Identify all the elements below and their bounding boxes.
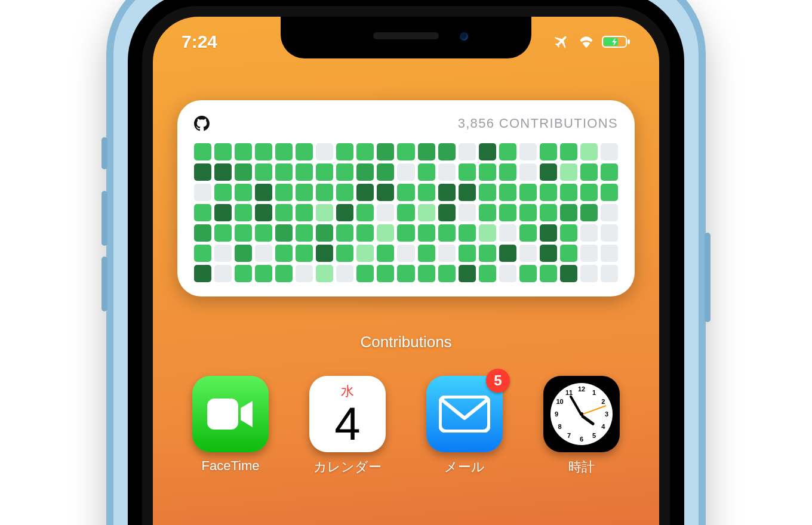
- heatmap-cell: [601, 204, 618, 221]
- heatmap-cell: [235, 204, 252, 221]
- app-clock[interactable]: 123456789101112 時計: [542, 376, 621, 476]
- heatmap-cell: [296, 204, 313, 221]
- home-screen[interactable]: 7:24 3,856 CONTRIBUTIONS Contributio: [153, 17, 659, 525]
- clock-center: [580, 412, 583, 416]
- widget-header: 3,856 CONTRIBUTIONS: [194, 116, 618, 131]
- heatmap-cell: [418, 204, 435, 221]
- heatmap-cell: [438, 184, 456, 201]
- heatmap-cell: [214, 224, 232, 242]
- heatmap-cell: [377, 143, 394, 160]
- heatmap-cell: [214, 143, 232, 160]
- heatmap-cell: [255, 184, 272, 201]
- heatmap-cell: [479, 143, 496, 160]
- heatmap-cell: [580, 184, 598, 201]
- heatmap-cell: [418, 163, 435, 181]
- heatmap-cell: [560, 265, 577, 282]
- heatmap-cell: [459, 224, 476, 242]
- heatmap-cell: [560, 143, 577, 160]
- clock-numeral: 4: [601, 423, 605, 430]
- heatmap-cell: [601, 245, 618, 262]
- heatmap-cell: [377, 163, 394, 181]
- heatmap-cell: [479, 224, 496, 242]
- heatmap-cell: [275, 143, 293, 160]
- second-hand: [582, 405, 607, 415]
- heatmap-cell: [275, 204, 293, 221]
- clock-numeral: 3: [605, 410, 608, 418]
- heatmap-cell: [296, 224, 313, 242]
- heatmap-cell: [560, 224, 577, 242]
- heatmap-cell: [336, 163, 353, 181]
- heatmap-cell: [336, 245, 353, 262]
- heatmap-cell: [499, 184, 516, 201]
- heatmap-cell: [397, 143, 414, 160]
- app-label-clock: 時計: [568, 458, 595, 476]
- volume-down-button[interactable]: [102, 257, 107, 311]
- app-label-calendar: カレンダー: [313, 458, 382, 476]
- heatmap-cell: [601, 265, 618, 282]
- heatmap-cell: [499, 163, 516, 181]
- widget-caption: Contributions: [153, 333, 659, 351]
- clock-numeral: 1: [592, 389, 596, 396]
- heatmap-cell: [214, 265, 232, 282]
- calendar-day: 4: [334, 400, 360, 452]
- volume-up-button[interactable]: [102, 191, 107, 246]
- heatmap-cell: [336, 204, 353, 221]
- clock-icon: 123456789101112: [543, 376, 620, 452]
- heatmap-cell: [214, 204, 232, 221]
- battery-charging-icon: [602, 35, 630, 49]
- heatmap-cell: [316, 184, 333, 201]
- heatmap-cell: [499, 143, 516, 160]
- heatmap-cell: [296, 163, 313, 181]
- status-bar: 7:24: [153, 27, 659, 56]
- heatmap-cell: [377, 184, 394, 201]
- heatmap-cell: [255, 245, 272, 262]
- heatmap-cell: [580, 265, 598, 282]
- heatmap-cell: [397, 224, 414, 242]
- heatmap-cell: [540, 245, 557, 262]
- phone-frame-mid: 7:24 3,856 CONTRIBUTIONS Contributio: [113, 0, 699, 525]
- app-calendar[interactable]: 水 4 カレンダー: [308, 376, 387, 476]
- clock-face: 123456789101112: [550, 383, 613, 445]
- heatmap-cell: [560, 204, 577, 221]
- clock-numeral: 10: [556, 398, 564, 405]
- mute-switch[interactable]: [102, 137, 107, 169]
- heatmap-cell: [316, 224, 333, 242]
- power-button[interactable]: [705, 233, 710, 322]
- heatmap-cell: [194, 163, 211, 181]
- heatmap-cell: [377, 204, 394, 221]
- heatmap-cell: [418, 265, 435, 282]
- heatmap-cell: [438, 245, 456, 262]
- heatmap-cell: [479, 265, 496, 282]
- contributions-widget[interactable]: 3,856 CONTRIBUTIONS: [177, 100, 635, 297]
- heatmap-cell: [438, 143, 456, 160]
- clock-numeral: 9: [555, 410, 558, 418]
- phone-frame-inner: 7:24 3,856 CONTRIBUTIONS Contributio: [128, 0, 684, 525]
- heatmap-cell: [214, 245, 232, 262]
- heatmap-cell: [275, 245, 293, 262]
- heatmap-cell: [601, 184, 618, 201]
- heatmap-cell: [235, 163, 252, 181]
- heatmap-cell: [580, 224, 598, 242]
- heatmap-cell: [459, 204, 476, 221]
- heatmap-cell: [336, 224, 353, 242]
- heatmap-cell: [499, 224, 516, 242]
- contribution-count: 3,856 CONTRIBUTIONS: [458, 116, 618, 131]
- heatmap-cell: [438, 204, 456, 221]
- app-mail[interactable]: 5 メール: [425, 376, 504, 476]
- heatmap-cell: [275, 163, 293, 181]
- heatmap-cell: [459, 163, 476, 181]
- heatmap-cell: [479, 245, 496, 262]
- clock-numeral: 12: [578, 385, 585, 393]
- heatmap-cell: [560, 184, 577, 201]
- heatmap-cell: [459, 184, 476, 201]
- heatmap-cell: [377, 265, 394, 282]
- heatmap-cell: [459, 245, 476, 262]
- heatmap-cell: [540, 265, 557, 282]
- heatmap-cell: [540, 224, 557, 242]
- heatmap-cell: [519, 184, 537, 201]
- app-facetime[interactable]: FaceTime: [191, 376, 270, 476]
- app-label-facetime: FaceTime: [202, 458, 260, 474]
- heatmap-cell: [255, 204, 272, 221]
- heatmap-cell: [275, 265, 293, 282]
- clock-numeral: 2: [601, 398, 605, 405]
